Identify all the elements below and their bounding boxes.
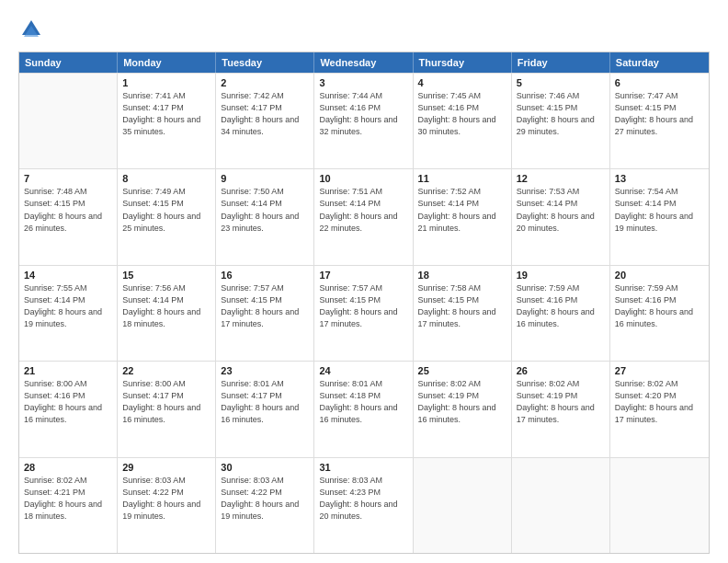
day-info: Sunrise: 7:42 AM Sunset: 4:17 PM Dayligh… bbox=[221, 90, 309, 138]
day-info: Sunrise: 7:57 AM Sunset: 4:15 PM Dayligh… bbox=[221, 282, 309, 330]
day-info: Sunrise: 8:02 AM Sunset: 4:19 PM Dayligh… bbox=[418, 378, 506, 426]
header-day-saturday: Saturday bbox=[610, 52, 709, 73]
page: SundayMondayTuesdayWednesdayThursdayFrid… bbox=[0, 0, 728, 563]
day-info: Sunrise: 7:57 AM Sunset: 4:15 PM Dayligh… bbox=[319, 282, 407, 330]
day-number: 26 bbox=[517, 365, 605, 376]
day-cell-21: 21Sunrise: 8:00 AM Sunset: 4:16 PM Dayli… bbox=[19, 362, 118, 456]
day-cell-13: 13Sunrise: 7:54 AM Sunset: 4:14 PM Dayli… bbox=[610, 169, 709, 264]
day-cell-16: 16Sunrise: 7:57 AM Sunset: 4:15 PM Dayli… bbox=[216, 266, 314, 361]
day-cell-26: 26Sunrise: 8:02 AM Sunset: 4:19 PM Dayli… bbox=[512, 362, 610, 456]
day-info: Sunrise: 8:02 AM Sunset: 4:21 PM Dayligh… bbox=[24, 475, 112, 523]
day-cell-8: 8Sunrise: 7:49 AM Sunset: 4:15 PM Daylig… bbox=[118, 169, 216, 264]
day-info: Sunrise: 7:59 AM Sunset: 4:16 PM Dayligh… bbox=[615, 282, 704, 330]
day-number: 15 bbox=[122, 270, 210, 281]
day-number: 8 bbox=[122, 173, 210, 184]
empty-cell bbox=[414, 458, 512, 553]
day-info: Sunrise: 7:50 AM Sunset: 4:14 PM Dayligh… bbox=[221, 186, 309, 234]
day-cell-24: 24Sunrise: 8:01 AM Sunset: 4:18 PM Dayli… bbox=[314, 362, 413, 456]
header-day-friday: Friday bbox=[512, 52, 610, 73]
day-number: 24 bbox=[319, 365, 407, 376]
day-cell-31: 31Sunrise: 8:03 AM Sunset: 4:23 PM Dayli… bbox=[314, 458, 413, 553]
day-number: 25 bbox=[418, 365, 506, 376]
day-cell-17: 17Sunrise: 7:57 AM Sunset: 4:15 PM Dayli… bbox=[314, 266, 413, 361]
day-cell-15: 15Sunrise: 7:56 AM Sunset: 4:14 PM Dayli… bbox=[118, 266, 216, 361]
day-info: Sunrise: 8:01 AM Sunset: 4:17 PM Dayligh… bbox=[221, 378, 309, 426]
day-info: Sunrise: 8:03 AM Sunset: 4:22 PM Dayligh… bbox=[221, 475, 309, 523]
day-number: 30 bbox=[221, 462, 309, 473]
day-number: 2 bbox=[221, 77, 309, 88]
day-number: 22 bbox=[122, 365, 210, 376]
day-number: 10 bbox=[319, 173, 407, 184]
header bbox=[18, 17, 710, 42]
day-number: 28 bbox=[24, 462, 112, 473]
empty-cell bbox=[512, 458, 610, 553]
day-info: Sunrise: 7:48 AM Sunset: 4:15 PM Dayligh… bbox=[24, 186, 112, 234]
header-day-monday: Monday bbox=[118, 52, 216, 73]
day-number: 14 bbox=[24, 270, 112, 281]
day-cell-28: 28Sunrise: 8:02 AM Sunset: 4:21 PM Dayli… bbox=[19, 458, 118, 553]
day-cell-14: 14Sunrise: 7:55 AM Sunset: 4:14 PM Dayli… bbox=[19, 266, 118, 361]
day-number: 4 bbox=[418, 77, 506, 88]
header-day-wednesday: Wednesday bbox=[314, 52, 413, 73]
week-row-3: 14Sunrise: 7:55 AM Sunset: 4:14 PM Dayli… bbox=[19, 265, 709, 361]
day-number: 19 bbox=[517, 270, 605, 281]
empty-cell bbox=[610, 458, 709, 553]
day-cell-3: 3Sunrise: 7:44 AM Sunset: 4:16 PM Daylig… bbox=[314, 74, 413, 168]
day-info: Sunrise: 8:03 AM Sunset: 4:23 PM Dayligh… bbox=[319, 475, 407, 523]
day-number: 27 bbox=[615, 365, 704, 376]
day-number: 16 bbox=[221, 270, 309, 281]
day-info: Sunrise: 7:49 AM Sunset: 4:15 PM Dayligh… bbox=[122, 186, 210, 234]
day-info: Sunrise: 7:46 AM Sunset: 4:15 PM Dayligh… bbox=[517, 90, 605, 138]
week-row-2: 7Sunrise: 7:48 AM Sunset: 4:15 PM Daylig… bbox=[19, 168, 709, 264]
day-number: 20 bbox=[615, 270, 704, 281]
day-cell-29: 29Sunrise: 8:03 AM Sunset: 4:22 PM Dayli… bbox=[118, 458, 216, 553]
header-day-thursday: Thursday bbox=[414, 52, 512, 73]
week-row-4: 21Sunrise: 8:00 AM Sunset: 4:16 PM Dayli… bbox=[19, 361, 709, 456]
day-cell-20: 20Sunrise: 7:59 AM Sunset: 4:16 PM Dayli… bbox=[610, 266, 709, 361]
day-cell-27: 27Sunrise: 8:02 AM Sunset: 4:20 PM Dayli… bbox=[610, 362, 709, 456]
day-number: 18 bbox=[418, 270, 506, 281]
header-day-sunday: Sunday bbox=[19, 52, 118, 73]
calendar: SundayMondayTuesdayWednesdayThursdayFrid… bbox=[18, 52, 710, 554]
day-cell-18: 18Sunrise: 7:58 AM Sunset: 4:15 PM Dayli… bbox=[414, 266, 512, 361]
day-info: Sunrise: 8:00 AM Sunset: 4:17 PM Dayligh… bbox=[122, 378, 210, 426]
calendar-body: 1Sunrise: 7:41 AM Sunset: 4:17 PM Daylig… bbox=[19, 73, 709, 553]
day-cell-25: 25Sunrise: 8:02 AM Sunset: 4:19 PM Dayli… bbox=[414, 362, 512, 456]
day-cell-12: 12Sunrise: 7:53 AM Sunset: 4:14 PM Dayli… bbox=[512, 169, 610, 264]
day-number: 6 bbox=[615, 77, 704, 88]
day-info: Sunrise: 7:53 AM Sunset: 4:14 PM Dayligh… bbox=[517, 186, 605, 234]
day-number: 13 bbox=[615, 173, 704, 184]
day-info: Sunrise: 7:44 AM Sunset: 4:16 PM Dayligh… bbox=[319, 90, 407, 138]
day-number: 12 bbox=[517, 173, 605, 184]
week-row-1: 1Sunrise: 7:41 AM Sunset: 4:17 PM Daylig… bbox=[19, 73, 709, 168]
day-number: 9 bbox=[221, 173, 309, 184]
header-day-tuesday: Tuesday bbox=[216, 52, 314, 73]
logo bbox=[18, 17, 46, 42]
day-info: Sunrise: 8:00 AM Sunset: 4:16 PM Dayligh… bbox=[24, 378, 112, 426]
day-info: Sunrise: 8:02 AM Sunset: 4:19 PM Dayligh… bbox=[517, 378, 605, 426]
day-number: 1 bbox=[122, 77, 210, 88]
day-number: 29 bbox=[122, 462, 210, 473]
day-info: Sunrise: 7:59 AM Sunset: 4:16 PM Dayligh… bbox=[517, 282, 605, 330]
day-info: Sunrise: 7:55 AM Sunset: 4:14 PM Dayligh… bbox=[24, 282, 112, 330]
day-cell-6: 6Sunrise: 7:47 AM Sunset: 4:15 PM Daylig… bbox=[610, 74, 709, 168]
day-cell-19: 19Sunrise: 7:59 AM Sunset: 4:16 PM Dayli… bbox=[512, 266, 610, 361]
empty-cell bbox=[19, 74, 118, 168]
day-number: 21 bbox=[24, 365, 112, 376]
week-row-5: 28Sunrise: 8:02 AM Sunset: 4:21 PM Dayli… bbox=[19, 457, 709, 553]
day-info: Sunrise: 8:02 AM Sunset: 4:20 PM Dayligh… bbox=[615, 378, 704, 426]
day-info: Sunrise: 8:03 AM Sunset: 4:22 PM Dayligh… bbox=[122, 475, 210, 523]
day-cell-1: 1Sunrise: 7:41 AM Sunset: 4:17 PM Daylig… bbox=[118, 74, 216, 168]
day-info: Sunrise: 7:54 AM Sunset: 4:14 PM Dayligh… bbox=[615, 186, 704, 234]
day-number: 5 bbox=[517, 77, 605, 88]
day-cell-23: 23Sunrise: 8:01 AM Sunset: 4:17 PM Dayli… bbox=[216, 362, 314, 456]
day-cell-9: 9Sunrise: 7:50 AM Sunset: 4:14 PM Daylig… bbox=[216, 169, 314, 264]
day-cell-30: 30Sunrise: 8:03 AM Sunset: 4:22 PM Dayli… bbox=[216, 458, 314, 553]
day-number: 31 bbox=[319, 462, 407, 473]
day-info: Sunrise: 7:52 AM Sunset: 4:14 PM Dayligh… bbox=[418, 186, 506, 234]
day-cell-11: 11Sunrise: 7:52 AM Sunset: 4:14 PM Dayli… bbox=[414, 169, 512, 264]
day-number: 23 bbox=[221, 365, 309, 376]
day-info: Sunrise: 7:47 AM Sunset: 4:15 PM Dayligh… bbox=[615, 90, 704, 138]
logo-icon bbox=[18, 17, 44, 42]
day-info: Sunrise: 8:01 AM Sunset: 4:18 PM Dayligh… bbox=[319, 378, 407, 426]
